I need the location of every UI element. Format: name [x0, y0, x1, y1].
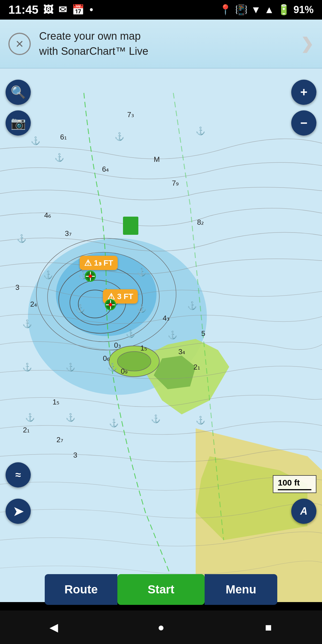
banner-arrow-icon: ❯: [300, 35, 314, 53]
autopilot-icon: A: [300, 505, 307, 517]
depth-3b: 3: [73, 451, 77, 460]
location-icon: 📍: [219, 4, 232, 16]
depth-61: 6₁: [60, 133, 67, 141]
depth-82: 8₂: [197, 218, 204, 227]
battery-percent: 91%: [293, 4, 314, 16]
warning-marker-1[interactable]: 1₃ FT: [80, 256, 118, 270]
depth-34: 3₄: [178, 347, 185, 356]
svg-text:⚓: ⚓: [75, 304, 85, 313]
depth-15b: 1₅: [53, 398, 59, 406]
depth-37: 3₇: [65, 229, 72, 238]
depth-09: 0₉: [121, 367, 127, 376]
time: 11:45: [8, 3, 38, 16]
recent-apps-button[interactable]: ■: [260, 619, 277, 636]
menu-button[interactable]: Menu: [205, 574, 277, 605]
depth-06: 0₆: [103, 354, 110, 363]
svg-text:⚓: ⚓: [137, 304, 147, 313]
signal-bars: ▲: [264, 4, 274, 16]
layers-button[interactable]: ≈: [6, 462, 31, 487]
svg-text:⚓: ⚓: [66, 363, 75, 372]
map-area[interactable]: ⚓ ⚓ ⚓ ⚓ ⚓ ⚓ ⚓ ⚓ ⚓ ⚓ ⚓ ⚓ ⚓ ⚓ ⚓ ⚓ ⚓ ⚓ ⚓ ⚓ …: [0, 68, 322, 602]
depth-03: 0₃: [114, 341, 121, 350]
svg-text:⚓: ⚓: [109, 418, 119, 428]
svg-text:⚓: ⚓: [108, 363, 117, 372]
camera-icon: 📷: [11, 116, 26, 130]
autopilot-button[interactable]: A: [291, 499, 316, 524]
warning-text-2: 3 FT: [117, 292, 133, 301]
scale-indicator: 100 ft: [273, 475, 316, 493]
camera-button[interactable]: 📷: [6, 110, 31, 136]
plus-icon: +: [300, 85, 307, 99]
svg-text:⚓: ⚓: [196, 416, 205, 425]
status-left: 11:45 🖼 ✉ 📅 •: [8, 3, 93, 16]
waypoint-1[interactable]: [83, 269, 97, 283]
scale-label: 100 ft: [278, 478, 300, 487]
depth-21b: 2₁: [23, 426, 30, 434]
minus-icon: −: [300, 116, 307, 130]
depth-M: M: [154, 155, 160, 164]
svg-text:⚓: ⚓: [31, 136, 41, 145]
nav-icon: ➤: [13, 504, 23, 518]
map-svg: ⚓ ⚓ ⚓ ⚓ ⚓ ⚓ ⚓ ⚓ ⚓ ⚓ ⚓ ⚓ ⚓ ⚓ ⚓ ⚓ ⚓ ⚓ ⚓ ⚓ …: [0, 68, 322, 602]
depth-21a: 2₁: [193, 363, 200, 371]
route-button[interactable]: Route: [45, 574, 117, 605]
depth-43: 4₃: [163, 314, 169, 323]
signal-dot: •: [89, 4, 93, 16]
depth-64: 6₄: [102, 165, 109, 174]
svg-text:⚓: ⚓: [22, 363, 32, 372]
banner-text: Create your own mapwith SonarChart™ Live: [39, 29, 300, 58]
svg-text:⚓: ⚓: [196, 126, 205, 136]
zoom-out-button[interactable]: −: [291, 110, 316, 136]
depth-15a: 1₅: [140, 344, 147, 352]
svg-text:⚓: ⚓: [43, 270, 53, 280]
back-button[interactable]: ◀: [45, 619, 62, 636]
vessel-icon: [123, 217, 138, 235]
svg-text:⚓: ⚓: [126, 329, 136, 338]
waypoint-2[interactable]: [103, 298, 117, 312]
svg-text:⚓: ⚓: [55, 153, 64, 162]
status-bar: 11:45 🖼 ✉ 📅 • 📍 📳 ▼ ▲ 🔋 91%: [0, 0, 322, 20]
zoom-in-button[interactable]: +: [291, 80, 316, 105]
calendar-icon: 📅: [72, 4, 84, 16]
close-icon: ×: [16, 36, 23, 51]
start-button[interactable]: Start: [117, 574, 205, 605]
svg-text:⚓: ⚓: [25, 413, 35, 422]
bottom-toolbar: Route Start Menu: [0, 569, 322, 610]
svg-text:⚓: ⚓: [187, 301, 197, 310]
scale-line: [278, 489, 311, 490]
banner-close-button[interactable]: ×: [8, 33, 31, 55]
depth-24: 2₄: [30, 300, 37, 309]
svg-text:⚓: ⚓: [151, 414, 161, 423]
photo-icon: 🖼: [43, 4, 53, 16]
depth-5: 5: [201, 329, 205, 338]
svg-text:⚓: ⚓: [137, 267, 147, 277]
start-label: Start: [148, 583, 174, 596]
battery-icon: 🔋: [278, 4, 290, 16]
depth-3a: 3: [15, 283, 19, 292]
vibrate-icon: 📳: [235, 4, 248, 16]
svg-text:⚓: ⚓: [22, 319, 32, 328]
depth-79: 7₉: [172, 179, 179, 188]
svg-text:⚓: ⚓: [115, 132, 124, 141]
warning-text-1: 1₃ FT: [94, 258, 113, 267]
layers-icon: ≈: [15, 469, 21, 481]
warning-bubble-1: 1₃ FT: [80, 256, 118, 270]
navigation-button[interactable]: ➤: [6, 499, 31, 524]
svg-text:⚓: ⚓: [66, 413, 75, 422]
banner: × Create your own mapwith SonarChart™ Li…: [0, 20, 322, 68]
route-label: Route: [65, 583, 98, 596]
menu-label: Menu: [226, 583, 256, 596]
wifi-icon: ▼: [251, 4, 261, 16]
status-right: 📍 📳 ▼ ▲ 🔋 91%: [219, 4, 314, 16]
depth-27: 2₇: [56, 435, 63, 444]
system-nav: ◀ ● ■: [0, 610, 322, 644]
svg-text:⚓: ⚓: [17, 234, 27, 243]
depth-73: 7₃: [127, 110, 134, 119]
home-button[interactable]: ●: [153, 619, 169, 636]
depth-46: 4₆: [44, 211, 51, 220]
search-button[interactable]: 🔍: [6, 80, 31, 105]
message-icon: ✉: [58, 4, 67, 16]
search-icon: 🔍: [11, 85, 26, 100]
svg-text:⚓: ⚓: [168, 330, 177, 340]
